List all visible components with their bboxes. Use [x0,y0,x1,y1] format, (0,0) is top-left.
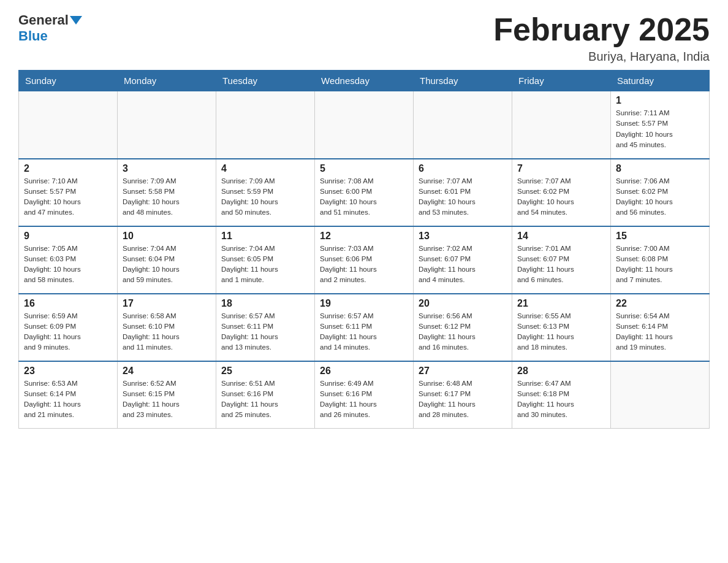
calendar-cell: 3Sunrise: 7:09 AM Sunset: 5:58 PM Daylig… [118,159,216,226]
day-number: 6 [419,163,507,174]
day-number: 24 [123,366,211,377]
day-number: 11 [221,231,309,242]
weekday-header-row: SundayMondayTuesdayWednesdayThursdayFrid… [19,71,710,91]
calendar-cell: 12Sunrise: 7:03 AM Sunset: 6:06 PM Dayli… [315,226,414,294]
day-info: Sunrise: 6:56 AM Sunset: 6:12 PM Dayligh… [419,311,507,353]
calendar-cell: 6Sunrise: 7:07 AM Sunset: 6:01 PM Daylig… [414,159,512,226]
week-row-2: 9Sunrise: 7:05 AM Sunset: 6:03 PM Daylig… [19,226,710,294]
day-info: Sunrise: 7:07 AM Sunset: 6:02 PM Dayligh… [517,176,605,218]
logo-triangle-icon [70,16,82,25]
logo-sub-text: Blue [18,28,48,44]
calendar-cell: 17Sunrise: 6:58 AM Sunset: 6:10 PM Dayli… [118,294,216,361]
day-info: Sunrise: 7:00 AM Sunset: 6:08 PM Dayligh… [616,243,704,286]
week-row-3: 16Sunrise: 6:59 AM Sunset: 6:09 PM Dayli… [19,294,710,361]
day-info: Sunrise: 7:04 AM Sunset: 6:05 PM Dayligh… [221,243,309,286]
calendar-cell: 2Sunrise: 7:10 AM Sunset: 5:57 PM Daylig… [19,159,118,226]
day-info: Sunrise: 7:02 AM Sunset: 6:07 PM Dayligh… [419,243,507,286]
day-info: Sunrise: 7:10 AM Sunset: 5:57 PM Dayligh… [24,176,112,218]
day-number: 8 [616,163,704,174]
day-number: 1 [616,95,704,106]
calendar-cell: 20Sunrise: 6:56 AM Sunset: 6:12 PM Dayli… [414,294,512,361]
day-number: 28 [517,366,605,377]
day-number: 27 [419,366,507,377]
day-info: Sunrise: 6:57 AM Sunset: 6:11 PM Dayligh… [221,311,309,353]
location-text: Buriya, Haryana, India [493,50,710,64]
weekday-saturday: Saturday [611,71,710,91]
calendar-cell: 11Sunrise: 7:04 AM Sunset: 6:05 PM Dayli… [216,226,315,294]
calendar-cell: 18Sunrise: 6:57 AM Sunset: 6:11 PM Dayli… [216,294,315,361]
day-info: Sunrise: 6:53 AM Sunset: 6:14 PM Dayligh… [24,378,112,421]
day-info: Sunrise: 7:05 AM Sunset: 6:03 PM Dayligh… [24,243,112,286]
calendar-cell: 26Sunrise: 6:49 AM Sunset: 6:16 PM Dayli… [315,361,414,429]
week-row-1: 2Sunrise: 7:10 AM Sunset: 5:57 PM Daylig… [19,159,710,226]
day-info: Sunrise: 7:09 AM Sunset: 5:58 PM Dayligh… [123,176,211,218]
day-number: 14 [517,231,605,242]
calendar-cell [216,91,315,159]
day-number: 23 [24,366,112,377]
calendar-cell: 16Sunrise: 6:59 AM Sunset: 6:09 PM Dayli… [19,294,118,361]
day-number: 20 [419,298,507,309]
day-number: 21 [517,298,605,309]
calendar-cell [19,91,118,159]
calendar-cell [118,91,216,159]
day-number: 25 [221,366,309,377]
day-info: Sunrise: 6:52 AM Sunset: 6:15 PM Dayligh… [123,378,211,421]
calendar-cell [414,91,512,159]
weekday-thursday: Thursday [414,71,512,91]
day-info: Sunrise: 7:06 AM Sunset: 6:02 PM Dayligh… [616,176,704,218]
calendar-cell: 13Sunrise: 7:02 AM Sunset: 6:07 PM Dayli… [414,226,512,294]
page-header: General Blue February 2025 Buriya, Harya… [18,12,710,64]
day-number: 10 [123,231,211,242]
day-info: Sunrise: 6:58 AM Sunset: 6:10 PM Dayligh… [123,311,211,353]
day-number: 19 [320,298,408,309]
day-number: 18 [221,298,309,309]
day-number: 5 [320,163,408,174]
week-row-0: 1Sunrise: 7:11 AM Sunset: 5:57 PM Daylig… [19,91,710,159]
day-number: 15 [616,231,704,242]
calendar-cell: 27Sunrise: 6:48 AM Sunset: 6:17 PM Dayli… [414,361,512,429]
day-info: Sunrise: 7:03 AM Sunset: 6:06 PM Dayligh… [320,243,408,286]
calendar-cell: 7Sunrise: 7:07 AM Sunset: 6:02 PM Daylig… [512,159,611,226]
calendar-cell: 22Sunrise: 6:54 AM Sunset: 6:14 PM Dayli… [611,294,710,361]
calendar-cell: 28Sunrise: 6:47 AM Sunset: 6:18 PM Dayli… [512,361,611,429]
day-info: Sunrise: 6:55 AM Sunset: 6:13 PM Dayligh… [517,311,605,353]
calendar-cell: 4Sunrise: 7:09 AM Sunset: 5:59 PM Daylig… [216,159,315,226]
logo-main-text: General [18,12,69,28]
calendar-cell: 19Sunrise: 6:57 AM Sunset: 6:11 PM Dayli… [315,294,414,361]
day-number: 22 [616,298,704,309]
day-number: 3 [123,163,211,174]
calendar-table: SundayMondayTuesdayWednesdayThursdayFrid… [18,70,710,429]
week-row-4: 23Sunrise: 6:53 AM Sunset: 6:14 PM Dayli… [19,361,710,429]
calendar-cell [611,361,710,429]
calendar-cell: 24Sunrise: 6:52 AM Sunset: 6:15 PM Dayli… [118,361,216,429]
calendar-cell [512,91,611,159]
day-number: 17 [123,298,211,309]
weekday-friday: Friday [512,71,611,91]
day-info: Sunrise: 7:09 AM Sunset: 5:59 PM Dayligh… [221,176,309,218]
calendar-cell: 9Sunrise: 7:05 AM Sunset: 6:03 PM Daylig… [19,226,118,294]
calendar-cell: 25Sunrise: 6:51 AM Sunset: 6:16 PM Dayli… [216,361,315,429]
day-info: Sunrise: 6:51 AM Sunset: 6:16 PM Dayligh… [221,378,309,421]
day-number: 13 [419,231,507,242]
day-info: Sunrise: 7:08 AM Sunset: 6:00 PM Dayligh… [320,176,408,218]
day-number: 16 [24,298,112,309]
day-number: 9 [24,231,112,242]
month-title: February 2025 [493,12,710,47]
day-number: 26 [320,366,408,377]
weekday-monday: Monday [118,71,216,91]
calendar-cell: 8Sunrise: 7:06 AM Sunset: 6:02 PM Daylig… [611,159,710,226]
weekday-wednesday: Wednesday [315,71,414,91]
calendar-cell: 10Sunrise: 7:04 AM Sunset: 6:04 PM Dayli… [118,226,216,294]
title-area: February 2025 Buriya, Haryana, India [493,12,710,64]
day-number: 7 [517,163,605,174]
day-info: Sunrise: 7:01 AM Sunset: 6:07 PM Dayligh… [517,243,605,286]
calendar-cell: 1Sunrise: 7:11 AM Sunset: 5:57 PM Daylig… [611,91,710,159]
calendar-cell: 21Sunrise: 6:55 AM Sunset: 6:13 PM Dayli… [512,294,611,361]
calendar-cell: 14Sunrise: 7:01 AM Sunset: 6:07 PM Dayli… [512,226,611,294]
day-number: 12 [320,231,408,242]
calendar-cell: 23Sunrise: 6:53 AM Sunset: 6:14 PM Dayli… [19,361,118,429]
weekday-tuesday: Tuesday [216,71,315,91]
day-info: Sunrise: 7:04 AM Sunset: 6:04 PM Dayligh… [123,243,211,286]
day-info: Sunrise: 6:59 AM Sunset: 6:09 PM Dayligh… [24,311,112,353]
day-info: Sunrise: 6:48 AM Sunset: 6:17 PM Dayligh… [419,378,507,421]
